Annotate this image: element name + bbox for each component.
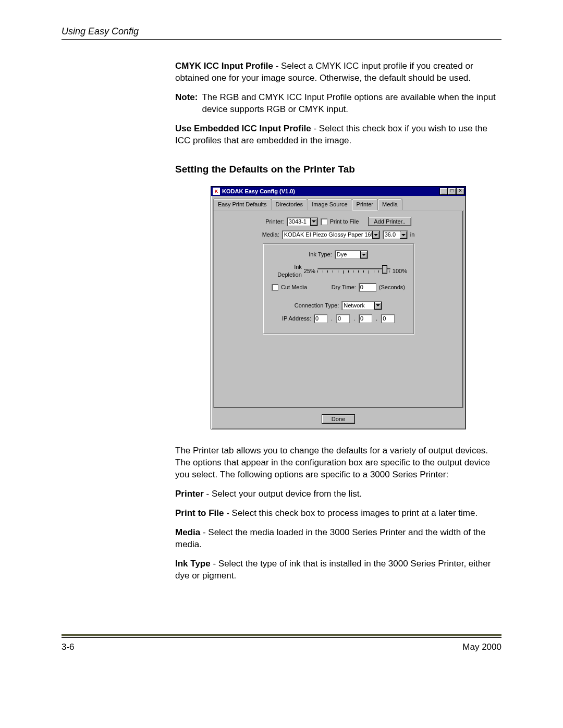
connection-type-label: Connection Type: bbox=[295, 302, 339, 310]
cmyk-label: CMYK ICC Input Profile bbox=[175, 61, 273, 71]
opt-print-to-file: Print to File - Select this check box to… bbox=[175, 508, 501, 520]
media-width-select[interactable]: 36.0 bbox=[383, 230, 408, 239]
opt-ink-label: Ink Type bbox=[175, 559, 211, 569]
dot: . bbox=[330, 315, 334, 323]
note-block: Note: The RGB and CMYK ICC Input Profile… bbox=[175, 92, 501, 116]
ink-type-label: Ink Type: bbox=[309, 251, 332, 258]
dry-time-input[interactable] bbox=[359, 283, 376, 292]
ip-octet-3[interactable] bbox=[359, 314, 372, 323]
app-icon: K bbox=[213, 188, 220, 195]
media-unit-label: in bbox=[410, 231, 415, 239]
page-number: 3-6 bbox=[62, 642, 75, 652]
printer-tab-description: The Printer tab allows you to change the… bbox=[175, 445, 501, 481]
ip-octet-1[interactable] bbox=[314, 314, 327, 323]
connection-type-row: Connection Type: Network bbox=[270, 301, 407, 310]
content-column: CMYK ICC Input Profile - Select a CMYK I… bbox=[175, 60, 501, 582]
footer-date: May 2000 bbox=[462, 642, 501, 652]
chevron-down-icon[interactable] bbox=[372, 231, 380, 239]
tab-directories[interactable]: Directories bbox=[271, 199, 308, 210]
print-to-file-label: Print to File bbox=[330, 218, 359, 226]
opt-printer-label: Printer bbox=[175, 489, 204, 499]
maximize-button[interactable]: □ bbox=[448, 188, 456, 195]
done-button[interactable]: Done bbox=[322, 414, 355, 424]
ink-depletion-slider[interactable] bbox=[317, 266, 390, 276]
ink-depletion-min: 25% bbox=[304, 267, 315, 275]
page-footer: 3-6 May 2000 bbox=[62, 634, 501, 652]
print-to-file-checkbox[interactable] bbox=[321, 218, 327, 225]
chevron-down-icon[interactable] bbox=[310, 218, 317, 226]
media-width-value: 36.0 bbox=[385, 231, 400, 239]
chevron-down-icon[interactable] bbox=[400, 231, 407, 239]
ip-address-row: IP Address: . . . bbox=[270, 314, 407, 323]
media-label: Media: bbox=[262, 231, 279, 239]
cut-dry-row: Cut Media Dry Time: (Seconds) bbox=[270, 283, 407, 292]
add-printer-button[interactable]: Add Printer.. bbox=[368, 217, 411, 226]
connection-type-select[interactable]: Network bbox=[341, 301, 382, 310]
ink-depletion-max: 100% bbox=[393, 267, 407, 275]
ink-type-select[interactable]: Dye bbox=[335, 250, 368, 259]
note-text: The RGB and CMYK ICC Input Profile optio… bbox=[202, 92, 501, 116]
printer-select-value: 3043-1 bbox=[289, 218, 310, 226]
media-select-value: KODAK EI Piezo Glossy Paper 165g bbox=[284, 231, 372, 239]
ink-type-row: Ink Type: Dye bbox=[270, 250, 407, 259]
ip-octet-4[interactable] bbox=[381, 314, 395, 323]
printer-options-group: Ink Type: Dye Ink Depletion 25% bbox=[263, 243, 414, 334]
opt-ptf-text: - Select this check box to process image… bbox=[224, 508, 478, 518]
paragraph-embedded: Use Embedded ICC Input Profile - Select … bbox=[175, 123, 501, 147]
opt-ink-type: Ink Type - Select the type of ink that i… bbox=[175, 558, 501, 582]
dot: . bbox=[375, 315, 378, 323]
printer-select[interactable]: 3043-1 bbox=[287, 217, 318, 226]
opt-printer-text: - Select your output device from the lis… bbox=[204, 489, 362, 499]
section-title: Setting the Defaults on the Printer Tab bbox=[175, 163, 501, 176]
cut-media-label: Cut Media bbox=[281, 283, 307, 291]
dry-time-unit: (Seconds) bbox=[379, 283, 405, 291]
chapter-header: Using Easy Config bbox=[62, 26, 501, 40]
paragraph-cmyk: CMYK ICC Input Profile - Select a CMYK I… bbox=[175, 60, 501, 84]
cut-media-checkbox[interactable] bbox=[272, 284, 278, 291]
slider-thumb[interactable] bbox=[382, 265, 387, 274]
done-row: Done bbox=[211, 410, 466, 429]
titlebar[interactable]: K KODAK Easy Config (V1.0) _ □ × bbox=[211, 187, 466, 196]
embedded-label: Use Embedded ICC Input Profile bbox=[175, 124, 311, 133]
connection-type-value: Network bbox=[344, 302, 374, 310]
opt-ink-text: - Select the type of ink that is install… bbox=[175, 559, 491, 581]
media-select[interactable]: KODAK EI Piezo Glossy Paper 165g bbox=[282, 230, 380, 239]
tab-printer[interactable]: Printer bbox=[352, 199, 378, 211]
printer-label: Printer: bbox=[265, 218, 284, 226]
tab-panel-printer: Printer: 3043-1 Print to File Add Printe… bbox=[213, 210, 463, 408]
tab-media[interactable]: Media bbox=[377, 199, 402, 210]
tab-row: Easy Print Defaults Directories Image So… bbox=[211, 196, 466, 210]
titlebar-text: KODAK Easy Config (V1.0) bbox=[222, 188, 439, 195]
media-row: Media: KODAK EI Piezo Glossy Paper 165g … bbox=[219, 230, 458, 239]
document-page: Using Easy Config CMYK ICC Input Profile… bbox=[0, 0, 563, 673]
ink-depletion-label: Ink Depletion bbox=[270, 263, 302, 279]
chevron-down-icon[interactable] bbox=[360, 251, 368, 258]
opt-media-label: Media bbox=[175, 527, 200, 537]
ink-depletion-row: Ink Depletion 25% 100% bbox=[270, 263, 407, 279]
close-button[interactable]: × bbox=[456, 188, 464, 195]
printer-row: Printer: 3043-1 Print to File Add Printe… bbox=[219, 217, 458, 226]
ip-address-label: IP Address: bbox=[282, 315, 311, 323]
note-label: Note: bbox=[175, 92, 202, 116]
opt-media: Media - Select the media loaded in the 3… bbox=[175, 527, 501, 551]
tab-easy-print-defaults[interactable]: Easy Print Defaults bbox=[213, 199, 272, 210]
ink-type-value: Dye bbox=[337, 251, 360, 258]
chevron-down-icon[interactable] bbox=[374, 302, 382, 310]
ip-octet-2[interactable] bbox=[336, 314, 350, 323]
dot: . bbox=[352, 315, 356, 323]
dry-time-label: Dry Time: bbox=[332, 283, 356, 291]
opt-ptf-label: Print to File bbox=[175, 508, 224, 518]
easy-config-dialog: K KODAK Easy Config (V1.0) _ □ × Easy Pr… bbox=[211, 186, 466, 429]
opt-media-text: - Select the media loaded in the 3000 Se… bbox=[175, 527, 485, 549]
minimize-button[interactable]: _ bbox=[439, 188, 448, 195]
opt-printer: Printer - Select your output device from… bbox=[175, 488, 501, 500]
tab-image-source[interactable]: Image Source bbox=[307, 199, 352, 210]
